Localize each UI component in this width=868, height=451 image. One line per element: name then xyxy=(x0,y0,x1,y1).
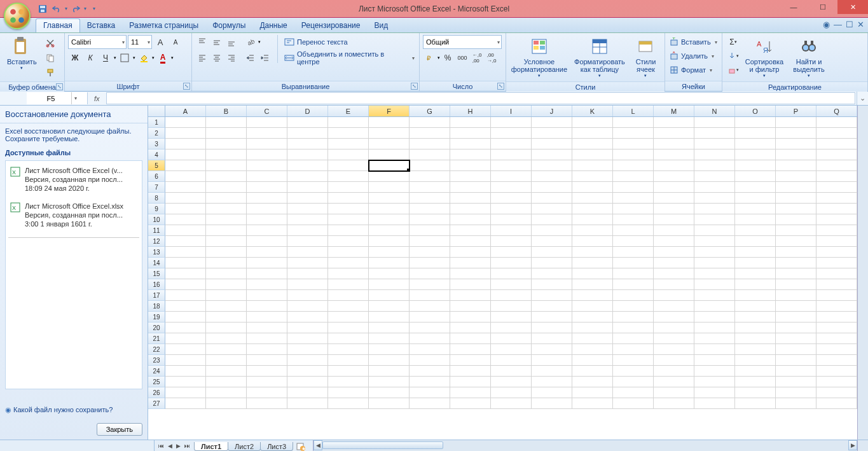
cell[interactable] xyxy=(735,214,776,225)
cell[interactable] xyxy=(613,160,654,171)
cell[interactable] xyxy=(735,355,776,366)
tab-view[interactable]: Вид xyxy=(367,19,395,32)
italic-button[interactable]: К xyxy=(83,51,97,65)
cell[interactable] xyxy=(206,204,247,214)
cell[interactable] xyxy=(410,323,450,333)
cell[interactable] xyxy=(735,236,776,247)
cell[interactable] xyxy=(491,279,532,290)
cell[interactable] xyxy=(206,333,247,344)
cell[interactable] xyxy=(776,149,816,160)
cell[interactable] xyxy=(776,268,816,279)
cell[interactable] xyxy=(776,279,816,290)
cell[interactable] xyxy=(165,182,206,193)
cell[interactable] xyxy=(694,301,735,312)
cell[interactable] xyxy=(654,344,694,355)
cell[interactable] xyxy=(206,323,247,333)
cell[interactable] xyxy=(369,214,410,225)
cell[interactable] xyxy=(287,139,328,149)
cell[interactable] xyxy=(247,301,287,312)
cell[interactable] xyxy=(532,268,572,279)
cell[interactable] xyxy=(491,268,532,279)
row-header[interactable]: 27 xyxy=(148,398,165,409)
cell[interactable] xyxy=(450,128,491,139)
cell[interactable] xyxy=(654,204,694,214)
cell[interactable] xyxy=(450,117,491,128)
column-header[interactable]: K xyxy=(572,106,613,116)
cell[interactable] xyxy=(816,355,857,366)
cell[interactable] xyxy=(816,128,857,139)
cell[interactable] xyxy=(613,149,654,160)
cell[interactable] xyxy=(206,247,247,258)
cell[interactable] xyxy=(694,333,735,344)
cell[interactable] xyxy=(287,333,328,344)
cell[interactable] xyxy=(165,128,206,139)
cell[interactable] xyxy=(410,139,450,149)
cell[interactable] xyxy=(287,323,328,333)
row-header[interactable]: 16 xyxy=(148,279,165,290)
cell[interactable] xyxy=(491,182,532,193)
cell[interactable] xyxy=(165,355,206,366)
cell[interactable] xyxy=(735,139,776,149)
cell[interactable] xyxy=(328,333,369,344)
recovery-item[interactable]: X Лист Microsoft Office Excel.xlsxВерсия… xyxy=(8,199,139,235)
column-header[interactable]: Q xyxy=(816,106,857,116)
office-button[interactable] xyxy=(4,3,31,29)
cell[interactable] xyxy=(410,279,450,290)
cell[interactable] xyxy=(654,182,694,193)
cell[interactable] xyxy=(287,377,328,387)
cell[interactable] xyxy=(613,258,654,268)
cell[interactable] xyxy=(287,128,328,139)
cell[interactable] xyxy=(776,366,816,377)
cell[interactable] xyxy=(287,387,328,398)
cell[interactable] xyxy=(532,193,572,204)
ribbon-minimize-icon[interactable]: — xyxy=(834,20,842,29)
cell[interactable] xyxy=(816,398,857,409)
align-launcher[interactable]: ⤡ xyxy=(411,83,418,90)
bold-button[interactable]: Ж xyxy=(68,51,82,65)
cell[interactable] xyxy=(247,279,287,290)
cell[interactable] xyxy=(776,398,816,409)
cell[interactable] xyxy=(572,301,613,312)
cell[interactable] xyxy=(735,225,776,236)
cell[interactable] xyxy=(613,323,654,333)
cell[interactable] xyxy=(735,258,776,268)
wrap-text-button[interactable]: Перенос текста xyxy=(283,35,416,49)
cell[interactable] xyxy=(165,312,206,323)
cell[interactable] xyxy=(206,398,247,409)
cell[interactable] xyxy=(572,117,613,128)
cell[interactable] xyxy=(328,279,369,290)
cell[interactable] xyxy=(287,366,328,377)
cell[interactable] xyxy=(450,204,491,214)
sheet-tab-2[interactable]: Лист2 xyxy=(228,442,261,451)
cell[interactable] xyxy=(247,344,287,355)
cell[interactable] xyxy=(206,128,247,139)
cell[interactable] xyxy=(694,366,735,377)
row-header[interactable]: 21 xyxy=(148,333,165,344)
decrease-font-icon[interactable]: A xyxy=(169,35,183,49)
tab-review[interactable]: Рецензирование xyxy=(294,19,368,32)
cell[interactable] xyxy=(694,128,735,139)
cell[interactable] xyxy=(491,398,532,409)
cell[interactable] xyxy=(613,387,654,398)
column-header[interactable]: J xyxy=(532,106,572,116)
cell[interactable] xyxy=(328,236,369,247)
cell[interactable] xyxy=(735,171,776,182)
cell[interactable] xyxy=(572,258,613,268)
cell[interactable] xyxy=(410,160,450,171)
row-header[interactable]: 15 xyxy=(148,268,165,279)
cell[interactable] xyxy=(369,387,410,398)
cell[interactable] xyxy=(165,171,206,182)
column-header[interactable]: N xyxy=(694,106,735,116)
cell[interactable] xyxy=(694,160,735,171)
cell[interactable] xyxy=(735,204,776,214)
column-header[interactable]: P xyxy=(776,106,816,116)
cell[interactable] xyxy=(247,247,287,258)
redo-icon[interactable] xyxy=(70,3,81,15)
cell[interactable] xyxy=(532,225,572,236)
merge-center-button[interactable]: Объединить и поместить в центре▾ xyxy=(283,51,416,65)
cell[interactable] xyxy=(165,204,206,214)
cell[interactable] xyxy=(532,377,572,387)
cell[interactable] xyxy=(491,290,532,301)
cell[interactable] xyxy=(165,323,206,333)
cell[interactable] xyxy=(572,333,613,344)
